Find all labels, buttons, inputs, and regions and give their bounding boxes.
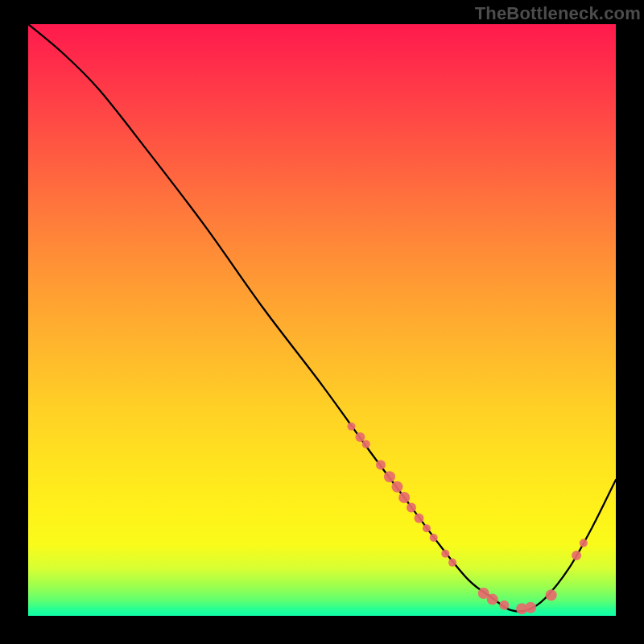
chart-root: { "watermark": "TheBottleneck.com", "plo… — [0, 0, 644, 644]
plot-area — [28, 24, 616, 616]
watermark-text: TheBottleneck.com — [475, 3, 641, 24]
